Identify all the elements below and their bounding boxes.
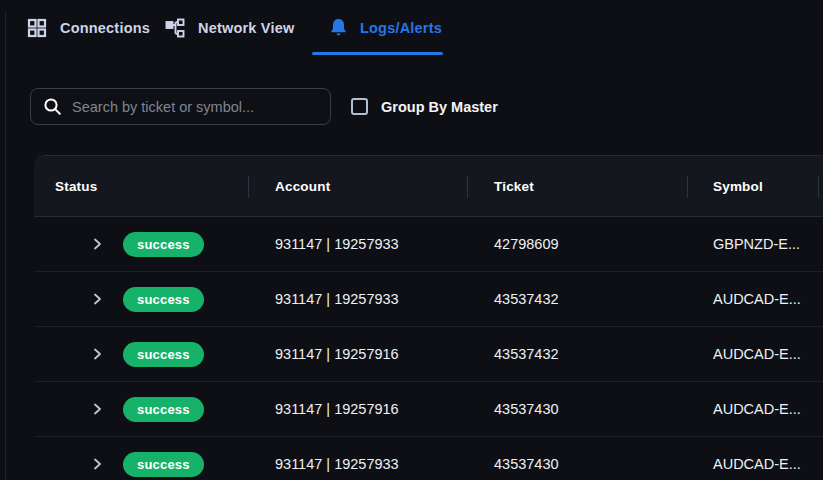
active-tab-underline [312,52,443,55]
column-header-status: Status [34,156,248,216]
symbol-cell: AUDCAD-E... [687,327,818,381]
tab-network-view-label: Network View [198,20,294,36]
status-badge: success [123,232,204,257]
column-header-symbol: Symbol [687,156,818,216]
account-cell: 931147 | 19257916 [248,382,467,436]
tab-connections-label: Connections [60,20,150,36]
group-by-master-label: Group By Master [381,99,498,115]
bell-icon [330,18,347,37]
table-body: success 931147 | 19257933 42798609 GBPNZ… [34,217,823,480]
symbol-cell: AUDCAD-E... [687,437,818,480]
table-row[interactable]: success 931147 | 19257916 43537432 AUDCA… [34,327,823,382]
status-cell: success [34,327,248,381]
status-badge: success [123,342,204,367]
expand-row-chevron-icon[interactable] [90,347,104,361]
table-header: Status Account Ticket Symbol [34,155,823,217]
ticket-cell: 43537432 [467,327,687,381]
column-header-overflow [818,156,823,216]
account-cell: 931147 | 19257933 [248,272,467,326]
expand-row-chevron-icon[interactable] [90,237,104,251]
panel-edge-divider [5,12,6,480]
status-cell: success [34,437,248,480]
column-header-account: Account [248,156,467,216]
symbol-cell: AUDCAD-E... [687,382,818,436]
ticket-cell: 43537432 [467,272,687,326]
symbol-cell: AUDCAD-E... [687,272,818,326]
tab-network-view[interactable]: Network View [165,18,294,38]
symbol-cell: GBPNZD-E... [687,217,818,271]
status-badge: success [123,397,204,422]
expand-row-chevron-icon[interactable] [90,457,104,471]
tab-logs-alerts[interactable]: Logs/Alerts [330,18,442,37]
expand-row-chevron-icon[interactable] [90,402,104,416]
ticket-cell: 42798609 [467,217,687,271]
status-badge: success [123,452,204,477]
group-by-master-toggle[interactable]: Group By Master [351,98,498,115]
table-row[interactable]: success 931147 | 19257933 43537432 AUDCA… [34,272,823,327]
ticket-cell: 43537430 [467,382,687,436]
expand-row-chevron-icon[interactable] [90,292,104,306]
tab-connections[interactable]: Connections [27,18,150,38]
account-cell: 931147 | 19257933 [248,217,467,271]
ticket-cell: 43537430 [467,437,687,480]
table-row[interactable]: success 931147 | 19257933 42798609 GBPNZ… [34,217,823,272]
status-cell: success [34,217,248,271]
status-cell: success [34,272,248,326]
search-box[interactable] [30,88,331,125]
column-header-ticket: Ticket [467,156,687,216]
grid-icon [27,18,47,38]
search-icon [43,97,62,116]
account-cell: 931147 | 19257916 [248,327,467,381]
account-cell: 931147 | 19257933 [248,437,467,480]
tab-logs-alerts-label: Logs/Alerts [360,20,442,36]
status-cell: success [34,382,248,436]
search-input[interactable] [72,99,318,115]
logs-table: Status Account Ticket Symbol success 931… [34,155,823,480]
network-icon [165,18,185,38]
table-row[interactable]: success 931147 | 19257916 43537430 AUDCA… [34,382,823,437]
table-row[interactable]: success 931147 | 19257933 43537430 AUDCA… [34,437,823,480]
status-badge: success [123,287,204,312]
group-by-master-checkbox[interactable] [351,98,368,115]
